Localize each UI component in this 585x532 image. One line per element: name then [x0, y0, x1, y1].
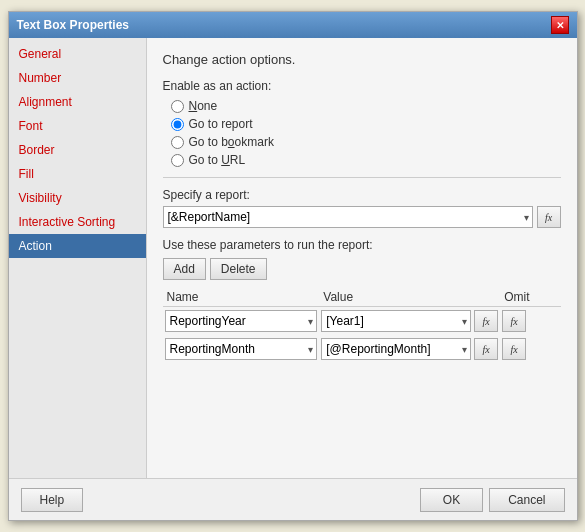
param2-omit-cell: fx: [500, 335, 560, 363]
radio-url-row: Go to URL: [171, 153, 561, 167]
section-title: Change action options.: [163, 52, 561, 67]
dialog-title: Text Box Properties: [17, 18, 129, 32]
sidebar-item-interactive-sorting[interactable]: Interactive Sorting: [9, 210, 146, 234]
add-delete-row: Add Delete: [163, 258, 561, 280]
sidebar-item-fill[interactable]: Fill: [9, 162, 146, 186]
param2-fx-button[interactable]: fx: [474, 338, 498, 360]
param1-omit-fx-button[interactable]: fx: [502, 310, 526, 332]
col-name-header: Name: [163, 288, 320, 307]
main-content: Change action options. Enable as an acti…: [147, 38, 577, 478]
title-bar: Text Box Properties ✕: [9, 12, 577, 38]
report-dropdown-wrapper[interactable]: [&ReportName]: [163, 206, 533, 228]
param1-value-cell: [Year1] fx: [319, 307, 500, 336]
sidebar-item-font[interactable]: Font: [9, 114, 146, 138]
param2-name-cell: ReportingMonth: [163, 335, 320, 363]
param1-name-wrapper[interactable]: ReportingYear: [165, 310, 318, 332]
param1-fx-button[interactable]: fx: [474, 310, 498, 332]
param1-name-cell: ReportingYear: [163, 307, 320, 336]
table-header-row: Name Value Omit: [163, 288, 561, 307]
params-label: Use these parameters to run the report:: [163, 238, 561, 252]
params-table: Name Value Omit ReportingYear: [163, 288, 561, 363]
separator: [163, 177, 561, 178]
add-button[interactable]: Add: [163, 258, 206, 280]
dialog: Text Box Properties ✕ General Number Ali…: [8, 11, 578, 521]
table-row: ReportingYear [Year1]: [163, 307, 561, 336]
help-button[interactable]: Help: [21, 488, 84, 512]
delete-button[interactable]: Delete: [210, 258, 267, 280]
radio-group: None Go to report Go to bookmark Go to U…: [171, 99, 561, 167]
param2-omit-fx-button[interactable]: fx: [502, 338, 526, 360]
sidebar-item-number[interactable]: Number: [9, 66, 146, 90]
param2-name-dropdown[interactable]: ReportingMonth: [165, 338, 318, 360]
param1-name-dropdown[interactable]: ReportingYear: [165, 310, 318, 332]
report-fx-button[interactable]: fx: [537, 206, 561, 228]
param1-omit-cell: fx: [500, 307, 560, 336]
footer-right: OK Cancel: [420, 488, 565, 512]
radio-none-label[interactable]: None: [189, 99, 218, 113]
radio-go-to-bookmark[interactable]: [171, 136, 184, 149]
ok-button[interactable]: OK: [420, 488, 483, 512]
specify-label: Specify a report:: [163, 188, 561, 202]
radio-go-to-url[interactable]: [171, 154, 184, 167]
sidebar-item-visibility[interactable]: Visibility: [9, 186, 146, 210]
radio-bookmark-row: Go to bookmark: [171, 135, 561, 149]
param1-value-wrapper[interactable]: [Year1]: [321, 310, 471, 332]
sidebar: General Number Alignment Font Border Fil…: [9, 38, 147, 478]
col-value-header: Value: [319, 288, 500, 307]
param1-value-dropdown[interactable]: [Year1]: [321, 310, 471, 332]
sidebar-item-action[interactable]: Action: [9, 234, 146, 258]
sidebar-item-border[interactable]: Border: [9, 138, 146, 162]
cancel-button[interactable]: Cancel: [489, 488, 564, 512]
param2-name-wrapper[interactable]: ReportingMonth: [165, 338, 318, 360]
enable-label: Enable as an action:: [163, 79, 561, 93]
col-omit-header: Omit: [500, 288, 560, 307]
param2-value-cell: [@ReportingMonth] fx: [319, 335, 500, 363]
radio-url-label[interactable]: Go to URL: [189, 153, 246, 167]
sidebar-item-alignment[interactable]: Alignment: [9, 90, 146, 114]
sidebar-item-general[interactable]: General: [9, 42, 146, 66]
radio-report-row: Go to report: [171, 117, 561, 131]
radio-none-row: None: [171, 99, 561, 113]
dialog-footer: Help OK Cancel: [9, 478, 577, 520]
radio-report-label[interactable]: Go to report: [189, 117, 253, 131]
report-dropdown[interactable]: [&ReportName]: [163, 206, 533, 228]
param2-value-wrapper[interactable]: [@ReportingMonth]: [321, 338, 471, 360]
close-button[interactable]: ✕: [551, 16, 569, 34]
radio-bookmark-label[interactable]: Go to bookmark: [189, 135, 274, 149]
param2-value-dropdown[interactable]: [@ReportingMonth]: [321, 338, 471, 360]
dialog-body: General Number Alignment Font Border Fil…: [9, 38, 577, 478]
table-row: ReportingMonth [@ReportingMonth]: [163, 335, 561, 363]
radio-none[interactable]: [171, 100, 184, 113]
radio-go-to-report[interactable]: [171, 118, 184, 131]
report-dropdown-row: [&ReportName] fx: [163, 206, 561, 228]
